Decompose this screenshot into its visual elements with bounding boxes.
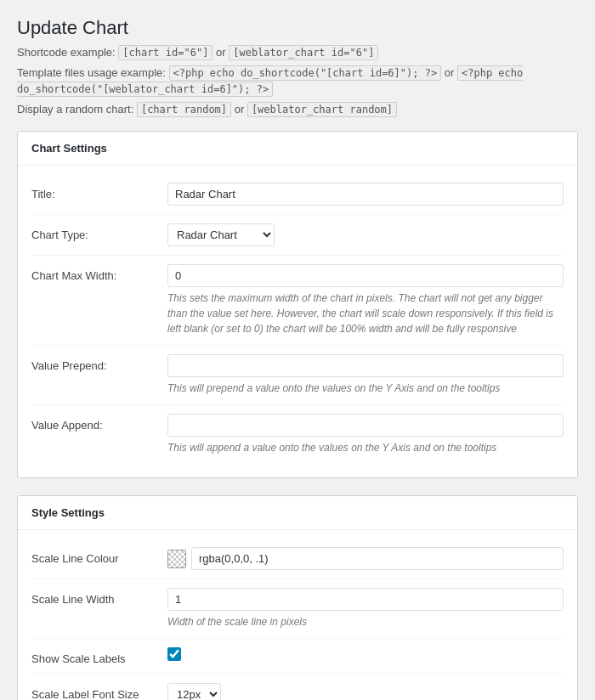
style-settings-body: Scale Line Colour Scale Line Width Width… [18,530,577,700]
title-label: Title: [31,183,167,200]
shortcode-example2: [weblator_chart id="6"] [229,45,378,60]
chart-max-width-row: Chart Max Width: This sets the maximum w… [31,256,564,346]
scale-line-width-row: Scale Line Width Width of the scale line… [31,579,564,639]
random-label: Display a random chart: [17,103,133,116]
page-title: Update Chart [17,17,578,39]
template-or: or [445,66,455,79]
style-settings-section: Style Settings Scale Line Colour Scale L… [17,495,578,700]
random-example1: [chart random] [137,102,231,117]
random-example2: [weblator_chart random] [247,102,397,117]
chart-type-select[interactable]: Radar Chart Line Chart Bar Chart Pie Cha… [167,223,275,246]
value-prepend-hint: This will prepend a value onto the value… [167,381,564,396]
scale-label-font-size-label: Scale Label Font Size [31,683,167,700]
scale-line-width-control: Width of the scale line in pixels [167,588,564,629]
random-or: or [235,103,245,116]
template-label: Template files usage example: [17,66,166,79]
chart-type-control: Radar Chart Line Chart Bar Chart Pie Cha… [167,223,564,246]
title-control [167,183,564,206]
value-prepend-label: Value Prepend: [31,354,167,372]
style-settings-title: Style Settings [18,496,577,530]
value-append-label: Value Append: [31,414,167,432]
shortcode-label: Shortcode example: [17,46,116,59]
scale-label-font-size-select[interactable]: 8px 10px 11px 12px 14px 16px 18px 20px [167,683,221,700]
scale-label-font-size-row: Scale Label Font Size 8px 10px 11px 12px… [31,675,564,700]
chart-max-width-control: This sets the maximum width of the chart… [167,264,564,336]
value-prepend-row: Value Prepend: This will prepend a value… [31,346,564,405]
chart-settings-title: Chart Settings [18,132,577,166]
scale-line-colour-input[interactable] [191,547,564,570]
chart-max-width-hint: This sets the maximum width of the chart… [167,291,564,336]
scale-line-colour-swatch[interactable] [167,550,186,568]
scale-line-width-label: Scale Line Width [31,588,167,606]
chart-type-label: Chart Type: [31,223,167,241]
scale-line-width-hint: Width of the scale line in pixels [167,614,564,629]
scale-line-colour-input-row [167,547,564,570]
value-prepend-control: This will prepend a value onto the value… [167,354,564,396]
scale-line-colour-row: Scale Line Colour [31,539,564,579]
shortcode-intro: Shortcode example: [chart id="6"] or [we… [17,44,578,61]
scale-line-width-input[interactable] [167,588,564,611]
title-input[interactable] [167,183,564,206]
random-intro: Display a random chart: [chart random] o… [17,101,578,118]
value-append-control: This will append a value onto the values… [167,414,564,455]
scale-line-colour-label: Scale Line Colour [31,547,167,565]
shortcode-example1: [chart id="6"] [118,45,212,60]
show-scale-labels-row: Show Scale Labels [31,639,564,675]
scale-line-colour-control [167,547,564,570]
value-append-hint: This will append a value onto the values… [167,440,564,455]
chart-type-row: Chart Type: Radar Chart Line Chart Bar C… [31,215,564,256]
template-intro: Template files usage example: <?php echo… [17,65,578,98]
template-example1: <?php echo do_shortcode("[chart id=6]");… [169,65,442,81]
value-append-row: Value Append: This will append a value o… [31,405,564,464]
value-append-input[interactable] [167,414,564,437]
scale-label-font-size-control: 8px 10px 11px 12px 14px 16px 18px 20px [167,683,564,700]
chart-max-width-label: Chart Max Width: [31,264,167,282]
show-scale-labels-checkbox[interactable] [167,647,181,661]
show-scale-labels-control [167,647,564,663]
show-scale-labels-label: Show Scale Labels [31,647,167,665]
title-row: Title: [31,174,564,215]
chart-settings-body: Title: Chart Type: Radar Chart Line Char… [18,166,577,477]
value-prepend-input[interactable] [167,354,564,377]
shortcode-or1: or [216,46,226,59]
chart-settings-section: Chart Settings Title: Chart Type: Radar … [17,131,578,478]
chart-max-width-input[interactable] [167,264,564,287]
